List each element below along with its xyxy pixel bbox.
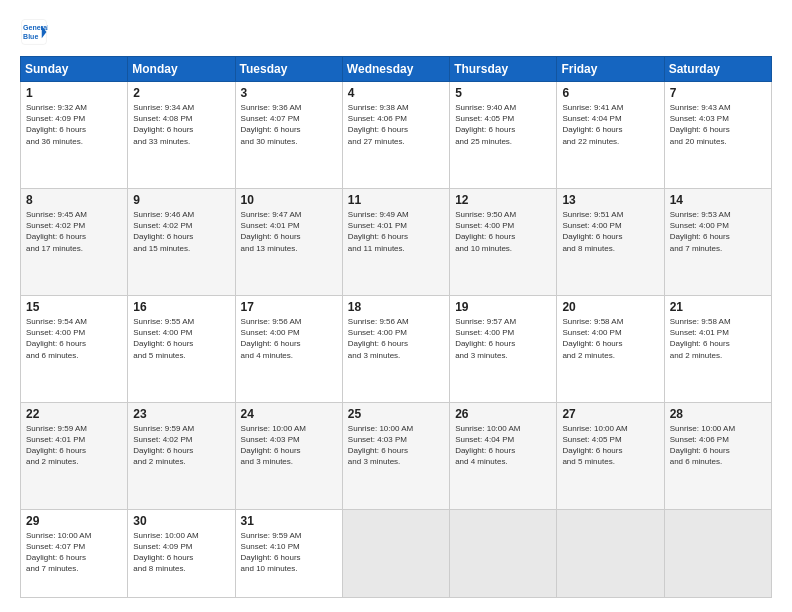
calendar-cell: 4Sunrise: 9:38 AMSunset: 4:06 PMDaylight… <box>342 82 449 189</box>
day-number: 29 <box>26 514 122 528</box>
calendar-cell: 2Sunrise: 9:34 AMSunset: 4:08 PMDaylight… <box>128 82 235 189</box>
day-number: 19 <box>455 300 551 314</box>
day-number: 24 <box>241 407 337 421</box>
day-number: 4 <box>348 86 444 100</box>
day-number: 14 <box>670 193 766 207</box>
cell-info: Sunrise: 9:57 AMSunset: 4:00 PMDaylight:… <box>455 316 551 361</box>
calendar-cell: 17Sunrise: 9:56 AMSunset: 4:00 PMDayligh… <box>235 295 342 402</box>
cell-info: Sunrise: 9:59 AMSunset: 4:10 PMDaylight:… <box>241 530 337 575</box>
calendar-week-4: 22Sunrise: 9:59 AMSunset: 4:01 PMDayligh… <box>21 402 772 509</box>
cell-info: Sunrise: 9:59 AMSunset: 4:02 PMDaylight:… <box>133 423 229 468</box>
cell-info: Sunrise: 10:00 AMSunset: 4:04 PMDaylight… <box>455 423 551 468</box>
cell-info: Sunrise: 9:54 AMSunset: 4:00 PMDaylight:… <box>26 316 122 361</box>
calendar-cell <box>450 509 557 597</box>
calendar-cell: 12Sunrise: 9:50 AMSunset: 4:00 PMDayligh… <box>450 188 557 295</box>
calendar-cell: 14Sunrise: 9:53 AMSunset: 4:00 PMDayligh… <box>664 188 771 295</box>
calendar-cell: 18Sunrise: 9:56 AMSunset: 4:00 PMDayligh… <box>342 295 449 402</box>
day-number: 15 <box>26 300 122 314</box>
day-number: 28 <box>670 407 766 421</box>
day-number: 2 <box>133 86 229 100</box>
cell-info: Sunrise: 9:47 AMSunset: 4:01 PMDaylight:… <box>241 209 337 254</box>
calendar-cell: 29Sunrise: 10:00 AMSunset: 4:07 PMDaylig… <box>21 509 128 597</box>
cell-info: Sunrise: 9:40 AMSunset: 4:05 PMDaylight:… <box>455 102 551 147</box>
calendar-cell: 19Sunrise: 9:57 AMSunset: 4:00 PMDayligh… <box>450 295 557 402</box>
cell-info: Sunrise: 9:46 AMSunset: 4:02 PMDaylight:… <box>133 209 229 254</box>
calendar-week-1: 1Sunrise: 9:32 AMSunset: 4:09 PMDaylight… <box>21 82 772 189</box>
calendar-cell: 5Sunrise: 9:40 AMSunset: 4:05 PMDaylight… <box>450 82 557 189</box>
cell-info: Sunrise: 10:00 AMSunset: 4:07 PMDaylight… <box>26 530 122 575</box>
col-header-friday: Friday <box>557 57 664 82</box>
day-number: 17 <box>241 300 337 314</box>
day-number: 21 <box>670 300 766 314</box>
day-number: 16 <box>133 300 229 314</box>
cell-info: Sunrise: 9:32 AMSunset: 4:09 PMDaylight:… <box>26 102 122 147</box>
calendar-cell: 1Sunrise: 9:32 AMSunset: 4:09 PMDaylight… <box>21 82 128 189</box>
calendar-cell: 8Sunrise: 9:45 AMSunset: 4:02 PMDaylight… <box>21 188 128 295</box>
cell-info: Sunrise: 9:49 AMSunset: 4:01 PMDaylight:… <box>348 209 444 254</box>
col-header-saturday: Saturday <box>664 57 771 82</box>
calendar-cell: 28Sunrise: 10:00 AMSunset: 4:06 PMDaylig… <box>664 402 771 509</box>
cell-info: Sunrise: 9:58 AMSunset: 4:01 PMDaylight:… <box>670 316 766 361</box>
day-number: 31 <box>241 514 337 528</box>
day-number: 22 <box>26 407 122 421</box>
calendar-cell: 16Sunrise: 9:55 AMSunset: 4:00 PMDayligh… <box>128 295 235 402</box>
cell-info: Sunrise: 9:34 AMSunset: 4:08 PMDaylight:… <box>133 102 229 147</box>
logo-icon: General Blue <box>20 18 48 46</box>
calendar-cell: 9Sunrise: 9:46 AMSunset: 4:02 PMDaylight… <box>128 188 235 295</box>
svg-text:Blue: Blue <box>23 33 38 40</box>
cell-info: Sunrise: 9:58 AMSunset: 4:00 PMDaylight:… <box>562 316 658 361</box>
calendar-cell: 20Sunrise: 9:58 AMSunset: 4:00 PMDayligh… <box>557 295 664 402</box>
calendar-week-2: 8Sunrise: 9:45 AMSunset: 4:02 PMDaylight… <box>21 188 772 295</box>
col-header-wednesday: Wednesday <box>342 57 449 82</box>
day-number: 23 <box>133 407 229 421</box>
calendar-cell: 31Sunrise: 9:59 AMSunset: 4:10 PMDayligh… <box>235 509 342 597</box>
calendar-week-5: 29Sunrise: 10:00 AMSunset: 4:07 PMDaylig… <box>21 509 772 597</box>
cell-info: Sunrise: 10:00 AMSunset: 4:09 PMDaylight… <box>133 530 229 575</box>
day-number: 8 <box>26 193 122 207</box>
calendar-cell: 6Sunrise: 9:41 AMSunset: 4:04 PMDaylight… <box>557 82 664 189</box>
calendar-cell: 26Sunrise: 10:00 AMSunset: 4:04 PMDaylig… <box>450 402 557 509</box>
cell-info: Sunrise: 9:36 AMSunset: 4:07 PMDaylight:… <box>241 102 337 147</box>
day-number: 25 <box>348 407 444 421</box>
day-number: 26 <box>455 407 551 421</box>
col-header-sunday: Sunday <box>21 57 128 82</box>
cell-info: Sunrise: 10:00 AMSunset: 4:05 PMDaylight… <box>562 423 658 468</box>
calendar-cell: 7Sunrise: 9:43 AMSunset: 4:03 PMDaylight… <box>664 82 771 189</box>
calendar-cell: 15Sunrise: 9:54 AMSunset: 4:00 PMDayligh… <box>21 295 128 402</box>
cell-info: Sunrise: 9:41 AMSunset: 4:04 PMDaylight:… <box>562 102 658 147</box>
day-number: 30 <box>133 514 229 528</box>
calendar-cell: 23Sunrise: 9:59 AMSunset: 4:02 PMDayligh… <box>128 402 235 509</box>
cell-info: Sunrise: 10:00 AMSunset: 4:03 PMDaylight… <box>348 423 444 468</box>
calendar-cell: 27Sunrise: 10:00 AMSunset: 4:05 PMDaylig… <box>557 402 664 509</box>
logo: General Blue <box>20 18 48 46</box>
day-number: 13 <box>562 193 658 207</box>
cell-info: Sunrise: 9:38 AMSunset: 4:06 PMDaylight:… <box>348 102 444 147</box>
day-number: 20 <box>562 300 658 314</box>
calendar-cell: 11Sunrise: 9:49 AMSunset: 4:01 PMDayligh… <box>342 188 449 295</box>
day-number: 9 <box>133 193 229 207</box>
day-number: 18 <box>348 300 444 314</box>
cell-info: Sunrise: 9:55 AMSunset: 4:00 PMDaylight:… <box>133 316 229 361</box>
cell-info: Sunrise: 9:59 AMSunset: 4:01 PMDaylight:… <box>26 423 122 468</box>
day-number: 5 <box>455 86 551 100</box>
cell-info: Sunrise: 9:43 AMSunset: 4:03 PMDaylight:… <box>670 102 766 147</box>
day-number: 27 <box>562 407 658 421</box>
calendar-cell: 25Sunrise: 10:00 AMSunset: 4:03 PMDaylig… <box>342 402 449 509</box>
day-number: 6 <box>562 86 658 100</box>
day-number: 12 <box>455 193 551 207</box>
calendar-cell: 24Sunrise: 10:00 AMSunset: 4:03 PMDaylig… <box>235 402 342 509</box>
cell-info: Sunrise: 10:00 AMSunset: 4:03 PMDaylight… <box>241 423 337 468</box>
cell-info: Sunrise: 9:45 AMSunset: 4:02 PMDaylight:… <box>26 209 122 254</box>
day-number: 3 <box>241 86 337 100</box>
cell-info: Sunrise: 9:56 AMSunset: 4:00 PMDaylight:… <box>348 316 444 361</box>
cell-info: Sunrise: 9:50 AMSunset: 4:00 PMDaylight:… <box>455 209 551 254</box>
cell-info: Sunrise: 9:53 AMSunset: 4:00 PMDaylight:… <box>670 209 766 254</box>
calendar-week-3: 15Sunrise: 9:54 AMSunset: 4:00 PMDayligh… <box>21 295 772 402</box>
cell-info: Sunrise: 9:51 AMSunset: 4:00 PMDaylight:… <box>562 209 658 254</box>
cell-info: Sunrise: 10:00 AMSunset: 4:06 PMDaylight… <box>670 423 766 468</box>
calendar-cell <box>342 509 449 597</box>
calendar-cell: 3Sunrise: 9:36 AMSunset: 4:07 PMDaylight… <box>235 82 342 189</box>
col-header-tuesday: Tuesday <box>235 57 342 82</box>
calendar-cell: 22Sunrise: 9:59 AMSunset: 4:01 PMDayligh… <box>21 402 128 509</box>
day-number: 7 <box>670 86 766 100</box>
